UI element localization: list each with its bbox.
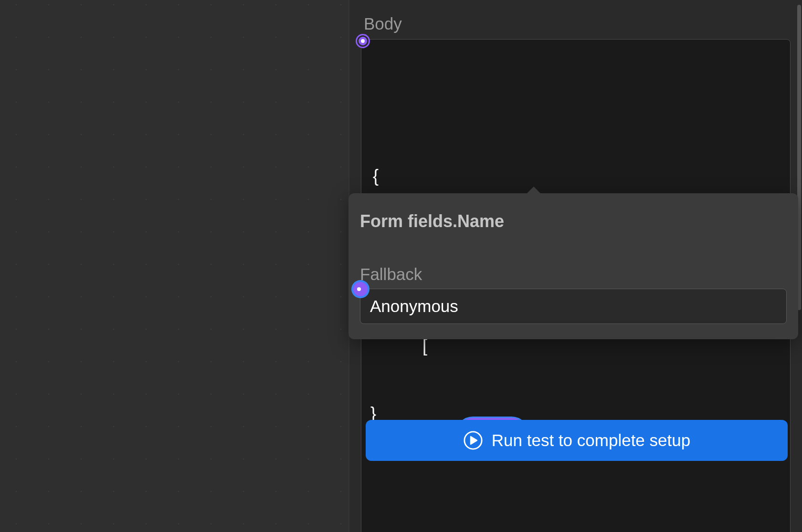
play-circle-icon — [463, 430, 483, 450]
variable-config-popover: Form fields.Name Fallback — [348, 193, 798, 339]
fallback-input-container — [360, 289, 787, 324]
dot-grid-background — [0, 0, 348, 532]
body-section-label: Body — [361, 14, 791, 33]
body-input-handle[interactable] — [357, 35, 369, 47]
code-line: { — [373, 162, 779, 190]
canvas-panel[interactable] — [0, 0, 348, 532]
run-test-button[interactable]: Run test to complete setup — [366, 420, 788, 461]
fallback-label: Fallback — [360, 265, 787, 284]
run-button-label: Run test to complete setup — [492, 431, 690, 450]
popover-title: Form fields.Name — [360, 211, 787, 231]
fallback-input-handle[interactable] — [353, 282, 368, 296]
fallback-input[interactable] — [360, 289, 787, 324]
